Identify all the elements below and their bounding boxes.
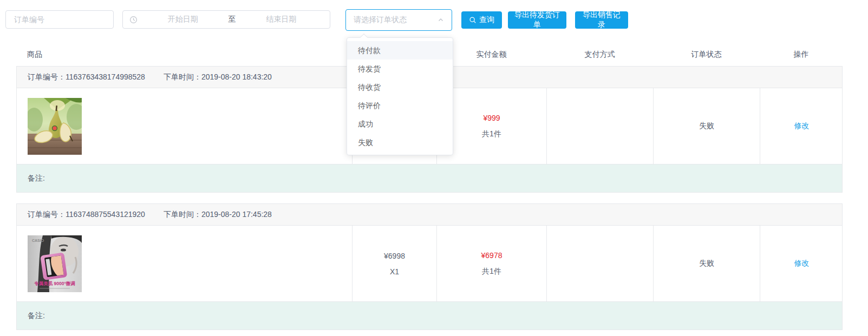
pay-method-cell xyxy=(547,226,654,301)
product-caption-text: 专属美肌 9000°微调 xyxy=(34,281,75,286)
clock-icon xyxy=(129,16,138,24)
order-no-value: 1163748875543121920 xyxy=(66,210,145,219)
order-no-label: 订单编号： xyxy=(28,73,66,81)
modify-link[interactable]: 修改 xyxy=(794,121,810,131)
header-actions: 操作 xyxy=(760,50,843,60)
order-status-dropdown: 待付款 待发货 待收货 待评价 成功 失败 xyxy=(347,37,453,155)
export-sales-records-button[interactable]: 导出销售记录 xyxy=(575,11,628,29)
actions-cell: 修改 xyxy=(760,88,843,164)
product-image-camera: CASIO 专属美肌 9000°微调 xyxy=(28,235,82,292)
unit-price-cell: ¥6998 X1 xyxy=(353,226,437,301)
order-time-value: 2019-08-20 17:45:28 xyxy=(201,210,272,219)
actions-cell: 修改 xyxy=(760,226,843,301)
group-spacer xyxy=(16,193,843,203)
order-status-cell: 失败 xyxy=(654,88,760,164)
header-pay-method: 支付方式 xyxy=(546,50,653,60)
order-no-label: 订单编号： xyxy=(28,210,66,219)
status-option-pending-shipment[interactable]: 待发货 xyxy=(347,60,453,78)
order-number-input[interactable] xyxy=(5,10,114,29)
product-brand-text: CASIO xyxy=(32,239,44,242)
date-range-picker[interactable]: 开始日期 至 结束日期 xyxy=(122,10,330,29)
date-separator: 至 xyxy=(225,15,239,24)
header-order-status: 订单状态 xyxy=(653,50,760,60)
chevron-up-icon xyxy=(438,17,444,23)
unit-price: ¥6998 xyxy=(384,252,405,260)
paid-count: 共1件 xyxy=(482,267,501,276)
toolbar: 开始日期 至 结束日期 请选择订单状态 查询 导出待发货订单 导出销售记录 xyxy=(0,0,868,43)
paid-count: 共1件 xyxy=(482,129,501,139)
pay-method-cell xyxy=(547,88,654,164)
export-pending-shipment-button[interactable]: 导出待发货订单 xyxy=(508,11,566,29)
order-time-value: 2019-08-20 18:43:20 xyxy=(201,73,272,81)
product-cell: CASIO 专属美肌 9000°微调 xyxy=(17,226,353,301)
order-no-value: 1163763438174998528 xyxy=(66,73,145,81)
search-button[interactable]: 查询 xyxy=(461,11,502,29)
remark-row: 备注: xyxy=(17,301,842,330)
paid-amount: ¥999 xyxy=(483,114,500,122)
paid-amount-cell: ¥999 共1件 xyxy=(437,88,547,164)
status-option-success[interactable]: 成功 xyxy=(347,115,453,133)
status-option-pending-payment[interactable]: 待付款 xyxy=(347,41,453,60)
order-item-row: CASIO 专属美肌 9000°微调 ¥6998 X1 ¥6978 共1件 失败… xyxy=(17,226,842,301)
remark-row: 备注: xyxy=(17,164,842,192)
header-product: 商品 xyxy=(16,50,352,60)
status-option-failed[interactable]: 失败 xyxy=(347,133,453,151)
product-image-pear xyxy=(28,98,82,155)
start-date-placeholder[interactable]: 开始日期 xyxy=(141,15,225,24)
order-status: 失败 xyxy=(699,259,714,268)
order-status-cell: 失败 xyxy=(654,226,760,301)
paid-amount-cell: ¥6978 共1件 xyxy=(437,226,547,301)
order-group-header: 订单编号：1163748875543121920 下单时间：2019-08-20… xyxy=(17,204,842,226)
paid-amount: ¥6978 xyxy=(481,251,502,260)
product-cell xyxy=(17,88,353,164)
search-icon xyxy=(469,16,477,24)
end-date-placeholder[interactable]: 结束日期 xyxy=(239,15,324,24)
status-option-pending-receipt[interactable]: 待收货 xyxy=(347,78,453,96)
remark-label: 备注: xyxy=(28,311,45,321)
modify-link[interactable]: 修改 xyxy=(794,259,810,268)
search-button-label: 查询 xyxy=(479,15,494,25)
quantity: X1 xyxy=(390,267,399,276)
remark-label: 备注: xyxy=(28,174,45,183)
status-select-placeholder: 请选择订单状态 xyxy=(354,15,438,25)
order-time-label: 下单时间： xyxy=(164,73,201,81)
order-status-select[interactable]: 请选择订单状态 xyxy=(345,9,452,31)
order-group: 订单编号：1163748875543121920 下单时间：2019-08-20… xyxy=(16,203,843,330)
order-time-label: 下单时间： xyxy=(164,210,201,219)
status-option-pending-review[interactable]: 待评价 xyxy=(347,96,453,115)
order-status: 失败 xyxy=(699,121,714,131)
